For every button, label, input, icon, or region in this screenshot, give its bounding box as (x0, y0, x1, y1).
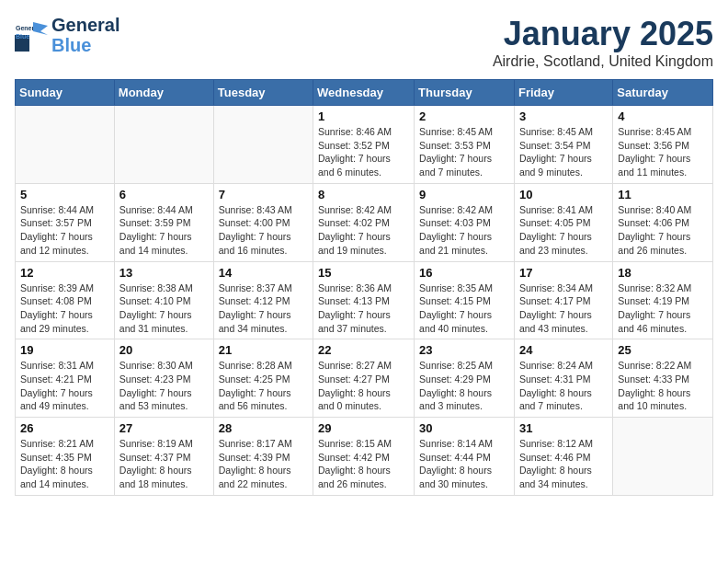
calendar-day-cell: 27Sunrise: 8:19 AM Sunset: 4:37 PM Dayli… (114, 418, 213, 496)
day-info: Sunrise: 8:39 AM Sunset: 4:08 PM Dayligh… (20, 282, 109, 336)
page-header: General Blue General Blue January 2025 A… (15, 15, 713, 70)
calendar-day-cell: 2Sunrise: 8:45 AM Sunset: 3:53 PM Daylig… (415, 106, 515, 184)
calendar-week-row: 5Sunrise: 8:44 AM Sunset: 3:57 PM Daylig… (16, 183, 713, 261)
day-number: 6 (119, 188, 209, 201)
svg-text:Blue: Blue (16, 33, 29, 40)
calendar-day-cell: 11Sunrise: 8:40 AM Sunset: 4:06 PM Dayli… (613, 183, 713, 261)
calendar-day-cell: 4Sunrise: 8:45 AM Sunset: 3:56 PM Daylig… (613, 106, 713, 184)
day-info: Sunrise: 8:28 AM Sunset: 4:25 PM Dayligh… (219, 359, 308, 413)
day-info: Sunrise: 8:38 AM Sunset: 4:10 PM Dayligh… (119, 282, 209, 336)
day-info: Sunrise: 8:14 AM Sunset: 4:44 PM Dayligh… (419, 437, 509, 491)
day-info: Sunrise: 8:21 AM Sunset: 4:35 PM Dayligh… (20, 437, 109, 491)
day-info: Sunrise: 8:46 AM Sunset: 3:52 PM Dayligh… (318, 125, 409, 179)
day-info: Sunrise: 8:40 AM Sunset: 4:06 PM Dayligh… (618, 203, 708, 258)
day-info: Sunrise: 8:24 AM Sunset: 4:31 PM Dayligh… (519, 359, 608, 413)
day-number: 30 (419, 421, 509, 435)
day-info: Sunrise: 8:42 AM Sunset: 4:02 PM Dayligh… (318, 203, 409, 258)
calendar-week-row: 12Sunrise: 8:39 AM Sunset: 4:08 PM Dayli… (16, 261, 713, 339)
calendar-day-cell: 30Sunrise: 8:14 AM Sunset: 4:44 PM Dayli… (415, 418, 515, 496)
day-info: Sunrise: 8:27 AM Sunset: 4:27 PM Dayligh… (318, 359, 409, 413)
logo-icon: General Blue (15, 18, 48, 52)
day-number: 2 (419, 109, 509, 123)
day-number: 10 (519, 188, 608, 201)
day-info: Sunrise: 8:45 AM Sunset: 3:54 PM Dayligh… (519, 125, 608, 179)
day-info: Sunrise: 8:35 AM Sunset: 4:15 PM Dayligh… (419, 282, 509, 336)
day-number: 1 (318, 109, 409, 123)
day-number: 14 (219, 266, 308, 280)
day-info: Sunrise: 8:22 AM Sunset: 4:33 PM Dayligh… (618, 359, 708, 413)
weekday-header: Saturday (613, 80, 713, 106)
calendar-day-cell: 15Sunrise: 8:36 AM Sunset: 4:13 PM Dayli… (313, 261, 415, 339)
day-info: Sunrise: 8:25 AM Sunset: 4:29 PM Dayligh… (419, 359, 509, 413)
day-info: Sunrise: 8:34 AM Sunset: 4:17 PM Dayligh… (519, 282, 608, 336)
day-info: Sunrise: 8:36 AM Sunset: 4:13 PM Dayligh… (318, 282, 409, 336)
day-number: 18 (618, 266, 708, 280)
day-number: 13 (119, 266, 209, 280)
calendar-day-cell: 12Sunrise: 8:39 AM Sunset: 4:08 PM Dayli… (16, 261, 115, 339)
day-info: Sunrise: 8:31 AM Sunset: 4:21 PM Dayligh… (20, 359, 109, 413)
calendar-week-row: 1Sunrise: 8:46 AM Sunset: 3:52 PM Daylig… (16, 106, 713, 184)
calendar-week-row: 26Sunrise: 8:21 AM Sunset: 4:35 PM Dayli… (16, 418, 713, 496)
calendar-day-cell: 10Sunrise: 8:41 AM Sunset: 4:05 PM Dayli… (514, 183, 612, 261)
day-number: 31 (519, 421, 608, 435)
weekday-header: Thursday (415, 80, 515, 106)
day-info: Sunrise: 8:41 AM Sunset: 4:05 PM Dayligh… (519, 203, 608, 258)
day-number: 29 (318, 421, 409, 435)
calendar-day-cell (16, 106, 115, 184)
day-number: 22 (318, 343, 409, 357)
calendar-day-cell: 24Sunrise: 8:24 AM Sunset: 4:31 PM Dayli… (514, 339, 612, 418)
day-info: Sunrise: 8:44 AM Sunset: 3:59 PM Dayligh… (119, 203, 209, 258)
calendar-day-cell: 13Sunrise: 8:38 AM Sunset: 4:10 PM Dayli… (114, 261, 213, 339)
calendar-day-cell: 7Sunrise: 8:43 AM Sunset: 4:00 PM Daylig… (213, 183, 313, 261)
calendar-day-cell: 29Sunrise: 8:15 AM Sunset: 4:42 PM Dayli… (313, 418, 415, 496)
weekday-header: Sunday (16, 80, 115, 106)
weekday-header: Tuesday (213, 80, 313, 106)
day-number: 24 (519, 343, 608, 357)
calendar-day-cell (213, 106, 313, 184)
day-number: 7 (219, 188, 308, 201)
day-number: 4 (618, 109, 708, 123)
calendar-day-cell: 31Sunrise: 8:12 AM Sunset: 4:46 PM Dayli… (514, 418, 612, 496)
calendar-day-cell: 1Sunrise: 8:46 AM Sunset: 3:52 PM Daylig… (313, 106, 415, 184)
day-number: 23 (419, 343, 509, 357)
day-info: Sunrise: 8:32 AM Sunset: 4:19 PM Dayligh… (618, 282, 708, 336)
svg-marker-3 (33, 22, 48, 35)
calendar-day-cell: 17Sunrise: 8:34 AM Sunset: 4:17 PM Dayli… (514, 261, 612, 339)
calendar-day-cell: 20Sunrise: 8:30 AM Sunset: 4:23 PM Dayli… (114, 339, 213, 418)
weekday-header: Monday (114, 80, 213, 106)
calendar-day-cell (114, 106, 213, 184)
calendar-day-cell: 22Sunrise: 8:27 AM Sunset: 4:27 PM Dayli… (313, 339, 415, 418)
day-number: 16 (419, 266, 509, 280)
calendar-day-cell: 16Sunrise: 8:35 AM Sunset: 4:15 PM Dayli… (415, 261, 515, 339)
day-info: Sunrise: 8:37 AM Sunset: 4:12 PM Dayligh… (219, 282, 308, 336)
day-number: 28 (219, 421, 308, 435)
calendar-day-cell: 19Sunrise: 8:31 AM Sunset: 4:21 PM Dayli… (16, 339, 115, 418)
day-number: 25 (618, 343, 708, 357)
day-number: 8 (318, 188, 409, 201)
calendar-day-cell: 5Sunrise: 8:44 AM Sunset: 3:57 PM Daylig… (16, 183, 115, 261)
logo-general-text: General (51, 15, 119, 35)
day-info: Sunrise: 8:17 AM Sunset: 4:39 PM Dayligh… (219, 437, 308, 491)
calendar-day-cell: 21Sunrise: 8:28 AM Sunset: 4:25 PM Dayli… (213, 339, 313, 418)
calendar-day-cell: 28Sunrise: 8:17 AM Sunset: 4:39 PM Dayli… (213, 418, 313, 496)
day-number: 11 (618, 188, 708, 201)
weekday-header: Friday (514, 80, 612, 106)
day-info: Sunrise: 8:45 AM Sunset: 3:53 PM Dayligh… (419, 125, 509, 179)
calendar-day-cell: 6Sunrise: 8:44 AM Sunset: 3:59 PM Daylig… (114, 183, 213, 261)
day-number: 26 (20, 421, 109, 435)
day-number: 9 (419, 188, 509, 201)
calendar-day-cell (613, 418, 713, 496)
day-number: 15 (318, 266, 409, 280)
day-info: Sunrise: 8:42 AM Sunset: 4:03 PM Dayligh… (419, 203, 509, 258)
day-info: Sunrise: 8:44 AM Sunset: 3:57 PM Dayligh… (20, 203, 109, 258)
weekday-header: Wednesday (313, 80, 415, 106)
day-number: 27 (119, 421, 209, 435)
day-number: 17 (519, 266, 608, 280)
location-subtitle: Airdrie, Scotland, United Kingdom (493, 53, 713, 70)
day-info: Sunrise: 8:19 AM Sunset: 4:37 PM Dayligh… (119, 437, 209, 491)
day-info: Sunrise: 8:30 AM Sunset: 4:23 PM Dayligh… (119, 359, 209, 413)
day-info: Sunrise: 8:45 AM Sunset: 3:56 PM Dayligh… (618, 125, 708, 179)
logo: General Blue General Blue (15, 15, 119, 55)
day-number: 3 (519, 109, 608, 123)
calendar-table: SundayMondayTuesdayWednesdayThursdayFrid… (15, 79, 713, 496)
